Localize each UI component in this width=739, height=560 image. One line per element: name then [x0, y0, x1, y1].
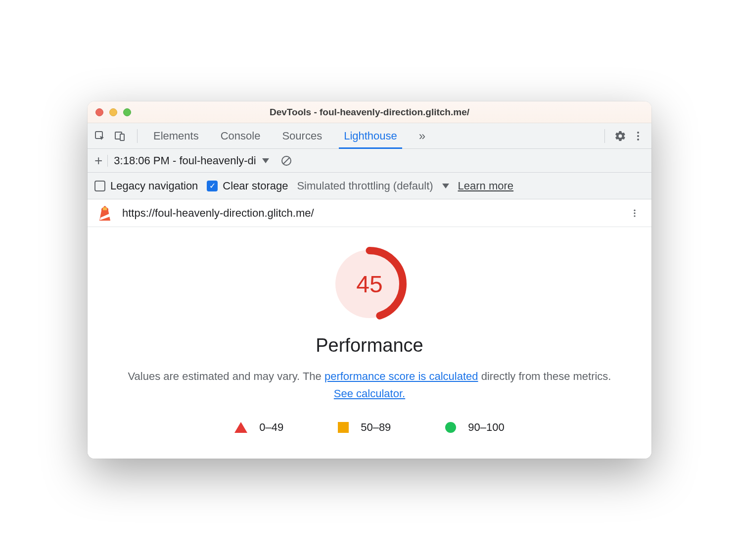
close-icon[interactable]	[95, 108, 103, 116]
score-legend: 0–49 50–89 90–100	[97, 421, 642, 434]
titlebar: DevTools - foul-heavenly-direction.glitc…	[88, 101, 651, 123]
kebab-menu-icon[interactable]	[632, 130, 645, 142]
tabs: Elements Console Sources Lighthouse »	[144, 123, 434, 148]
tab-console[interactable]: Console	[212, 123, 270, 148]
desc-text: directly from these metrics.	[478, 370, 611, 382]
svg-point-4	[637, 135, 639, 137]
svg-point-5	[637, 139, 639, 140]
tabstrip: Elements Console Sources Lighthouse »	[88, 123, 651, 149]
legacy-navigation-option[interactable]: Legacy navigation	[94, 180, 198, 192]
performance-heading: Performance	[97, 335, 642, 356]
gear-icon[interactable]	[614, 130, 627, 142]
more-tabs-icon[interactable]: »	[410, 123, 434, 148]
clear-storage-label: Clear storage	[223, 180, 288, 192]
throttling-label: Simulated throttling (default)	[297, 180, 433, 192]
legacy-label: Legacy navigation	[110, 180, 198, 192]
svg-point-14	[634, 215, 635, 217]
svg-point-12	[634, 209, 635, 211]
maximize-icon[interactable]	[123, 108, 131, 116]
tabstrip-left	[93, 129, 141, 143]
run-select[interactable]: 3:18:06 PM - foul-heavenly-di	[114, 154, 269, 167]
legend-fail: 0–49	[234, 421, 283, 434]
svg-rect-9	[103, 207, 107, 210]
square-icon	[338, 422, 349, 433]
tabstrip-right	[600, 129, 651, 143]
svg-point-3	[637, 132, 639, 134]
report-url-bar: https://foul-heavenly-direction.glitch.m…	[88, 199, 651, 227]
minimize-icon[interactable]	[109, 108, 117, 116]
lighthouse-icon	[96, 205, 113, 222]
checkbox-checked-icon[interactable]: ✓	[207, 181, 218, 191]
svg-rect-2	[120, 134, 124, 140]
triangle-icon	[234, 422, 247, 433]
tab-sources[interactable]: Sources	[273, 123, 331, 148]
window-title: DevTools - foul-heavenly-direction.glitc…	[88, 107, 651, 118]
chevron-down-icon	[262, 158, 269, 163]
svg-line-7	[283, 158, 289, 164]
score-calc-link[interactable]: performance score is calculated	[324, 370, 478, 382]
chevron-down-icon	[442, 184, 449, 188]
lighthouse-report: 45 Performance Values are estimated and …	[88, 227, 651, 458]
device-toggle-icon[interactable]	[113, 130, 126, 142]
checkbox-unchecked-icon[interactable]	[94, 181, 105, 191]
learn-more-link[interactable]: Learn more	[458, 180, 514, 192]
desc-text: Values are estimated and may vary. The	[128, 370, 324, 382]
legend-range: 50–89	[361, 421, 391, 434]
inspect-icon[interactable]	[93, 130, 106, 142]
legend-pass: 90–100	[445, 421, 504, 434]
run-select-label: 3:18:06 PM - foul-heavenly-di	[114, 154, 256, 167]
performance-score: 45	[332, 247, 407, 321]
separator	[107, 155, 108, 167]
performance-description: Values are estimated and may vary. The p…	[97, 368, 642, 402]
clear-storage-option[interactable]: ✓ Clear storage	[207, 180, 288, 192]
tab-elements[interactable]: Elements	[144, 123, 208, 148]
clear-icon[interactable]	[280, 154, 293, 167]
legend-range: 0–49	[259, 421, 283, 434]
legend-average: 50–89	[338, 421, 391, 434]
report-menu-icon[interactable]	[630, 207, 643, 220]
separator	[137, 129, 138, 143]
window-controls	[95, 108, 131, 116]
tab-lighthouse[interactable]: Lighthouse	[335, 123, 406, 148]
performance-gauge: 45	[97, 247, 642, 321]
options-bar: Legacy navigation ✓ Clear storage Simula…	[88, 173, 651, 199]
throttling-select[interactable]: Simulated throttling (default)	[297, 180, 449, 192]
svg-point-13	[634, 212, 635, 214]
legend-range: 90–100	[468, 421, 504, 434]
new-run-button[interactable]: +	[94, 153, 107, 169]
report-url: https://foul-heavenly-direction.glitch.m…	[122, 207, 314, 220]
devtools-window: DevTools - foul-heavenly-direction.glitc…	[88, 101, 651, 458]
circle-icon	[445, 422, 456, 433]
separator	[604, 129, 605, 143]
calculator-link[interactable]: See calculator.	[334, 387, 405, 400]
run-toolbar: + 3:18:06 PM - foul-heavenly-di	[88, 149, 651, 173]
